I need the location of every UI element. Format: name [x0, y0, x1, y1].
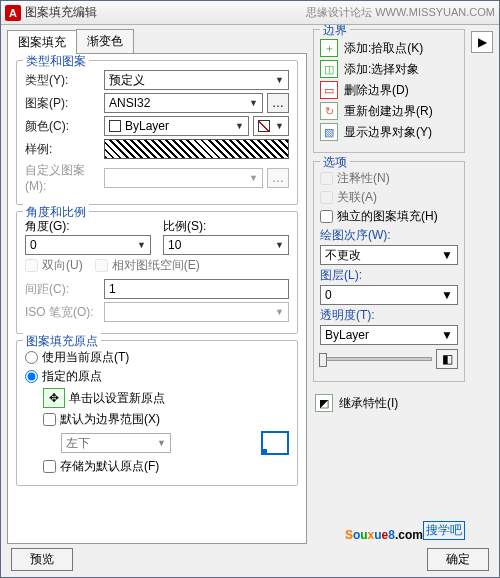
add-select-icon: ◫ — [320, 60, 338, 78]
origin-current-radio[interactable]: 使用当前原点(T) — [25, 349, 289, 366]
angle-select[interactable]: 0▼ — [25, 235, 151, 255]
pattern-browse-button[interactable]: … — [267, 93, 289, 113]
add-pick-icon: ＋ — [320, 39, 338, 57]
pick-origin-button[interactable]: ✥ — [43, 388, 65, 408]
default-extent-checkbox[interactable]: 默认为边界范围(X) — [43, 411, 289, 428]
origin-specified-radio[interactable]: 指定的原点 — [25, 368, 289, 385]
associative-checkbox[interactable]: 关联(A) — [320, 189, 458, 206]
add-select-button[interactable]: 添加:选择对象 — [344, 61, 458, 78]
sample-swatch[interactable] — [104, 139, 289, 159]
app-icon: A — [5, 5, 21, 21]
angle-scale-group: 角度和比例 角度(G): 0▼ 比例(S): 10▼ 双向(U) 相对 — [16, 211, 298, 334]
spacing-label: 间距(C): — [25, 281, 100, 298]
paper-checkbox[interactable]: 相对图纸空间(E) — [95, 257, 200, 274]
custom-select: ▼ — [104, 168, 263, 188]
group-title: 选项 — [320, 154, 350, 171]
transparency-slider[interactable] — [320, 357, 432, 361]
inherit-button[interactable]: 继承特性(I) — [339, 395, 463, 412]
sample-label: 样例: — [25, 141, 100, 158]
double-checkbox[interactable]: 双向(U) — [25, 257, 83, 274]
transparency-label: 透明度(T): — [320, 307, 458, 324]
preview-button[interactable]: 预览 — [11, 548, 73, 571]
group-title: 类型和图案 — [23, 54, 89, 70]
tab-hatch[interactable]: 图案填充 — [7, 30, 77, 54]
titlebar: A 图案填充编辑 思缘设计论坛 WWW.MISSYUAN.COM — [1, 1, 499, 25]
group-title: 角度和比例 — [23, 204, 89, 221]
default-extent-select: 左下▼ — [61, 433, 171, 453]
type-pattern-group: 类型和图案 类型(Y): 预定义▼ 图案(P): ANSI32▼ … 颜色(C)… — [16, 60, 298, 205]
type-label: 类型(Y): — [25, 72, 100, 89]
group-title: 边界 — [320, 25, 350, 39]
scale-label: 比例(S): — [163, 218, 289, 235]
color-label: 颜色(C): — [25, 118, 100, 135]
footer: 预览 确定 — [1, 544, 499, 577]
remove-boundary-icon: ▭ — [320, 81, 338, 99]
independent-checkbox[interactable]: 独立的图案填充(H) — [320, 208, 458, 225]
draw-order-label: 绘图次序(W): — [320, 227, 458, 244]
dialog: A 图案填充编辑 思缘设计论坛 WWW.MISSYUAN.COM 图案填充 渐变… — [0, 0, 500, 578]
bgcolor-select[interactable]: ▼ — [253, 116, 289, 136]
pattern-label: 图案(P): — [25, 95, 100, 112]
iso-select: ▼ — [104, 302, 289, 322]
tab-panel: 类型和图案 类型(Y): 预定义▼ 图案(P): ANSI32▼ … 颜色(C)… — [7, 54, 307, 544]
show-boundary-icon: ▧ — [320, 123, 338, 141]
origin-group: 图案填充原点 使用当前原点(T) 指定的原点 ✥ 单击以设置新原点 默认为边界范… — [16, 340, 298, 486]
recreate-boundary-icon: ↻ — [320, 102, 338, 120]
spacing-input[interactable]: 1 — [104, 279, 289, 299]
expand-button[interactable]: ▶ — [471, 31, 493, 53]
options-group: 选项 注释性(N) 关联(A) 独立的图案填充(H) 绘图次序(W): 不更改▼… — [313, 161, 465, 382]
annotative-checkbox[interactable]: 注释性(N) — [320, 170, 458, 187]
tabs: 图案填充 渐变色 — [7, 29, 307, 54]
pattern-select[interactable]: ANSI32▼ — [104, 93, 263, 113]
layer-select[interactable]: 0▼ — [320, 285, 458, 305]
iso-label: ISO 笔宽(O): — [25, 304, 100, 321]
color-select[interactable]: ByLayer▼ — [104, 116, 249, 136]
boundary-group: 边界 ＋添加:拾取点(K) ◫添加:选择对象 ▭删除边界(D) ↻重新创建边界(… — [313, 29, 465, 153]
recreate-boundary-button[interactable]: 重新创建边界(R) — [344, 103, 458, 120]
tab-gradient[interactable]: 渐变色 — [76, 29, 134, 53]
custom-label: 自定义图案(M): — [25, 162, 100, 193]
store-origin-checkbox[interactable]: 存储为默认原点(F) — [43, 458, 289, 475]
watermark: 思缘设计论坛 WWW.MISSYUAN.COM — [306, 5, 495, 20]
transparency-stepper[interactable]: ◧ — [436, 349, 458, 369]
show-boundary-button[interactable]: 显示边界对象(Y) — [344, 124, 458, 141]
origin-preview-icon — [261, 431, 289, 455]
scale-select[interactable]: 10▼ — [163, 235, 289, 255]
ok-button[interactable]: 确定 — [427, 548, 489, 571]
transparency-select[interactable]: ByLayer▼ — [320, 325, 458, 345]
add-pick-button[interactable]: 添加:拾取点(K) — [344, 40, 458, 57]
pick-origin-label: 单击以设置新原点 — [69, 390, 165, 407]
remove-boundary-button[interactable]: 删除边界(D) — [344, 82, 458, 99]
title-text: 图案填充编辑 — [25, 4, 97, 21]
group-title: 图案填充原点 — [23, 333, 101, 350]
layer-label: 图层(L): — [320, 267, 458, 284]
logo-top: 搜学吧 — [423, 521, 465, 540]
type-select[interactable]: 预定义▼ — [104, 70, 289, 90]
draw-order-select[interactable]: 不更改▼ — [320, 245, 458, 265]
inherit-icon: ◩ — [315, 394, 333, 412]
custom-browse-button: … — [267, 168, 289, 188]
